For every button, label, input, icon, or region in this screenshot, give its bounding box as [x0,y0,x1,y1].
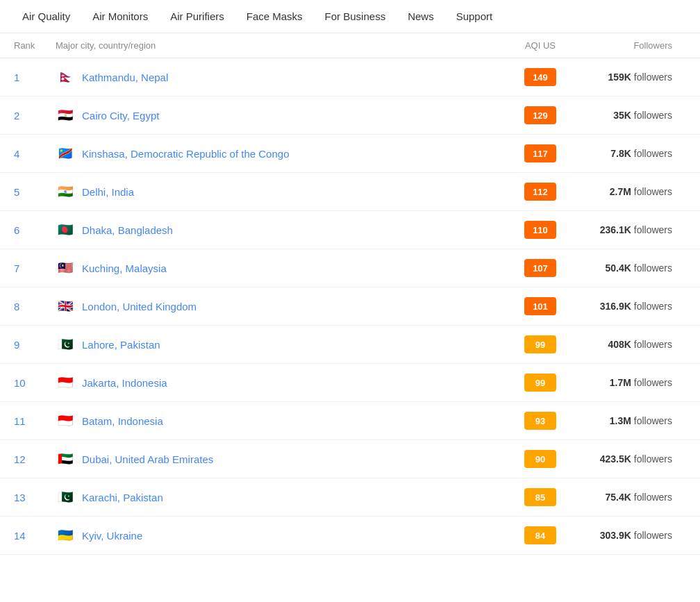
table-row: 13 🇵🇰 Karachi, Pakistan 85 75.4K followe… [0,478,700,517]
followers-count: 423.5K followers [582,453,686,465]
aqi-badge: 107 [524,259,556,277]
rank-number: 10 [14,377,56,389]
table-row: 10 🇮🇩 Jakarta, Indonesia 99 1.7M followe… [0,364,700,402]
aqi-value: 107 [499,259,582,277]
table-row: 2 🇪🇬 Cairo City, Egypt 129 35K followers [0,97,700,135]
aqi-value: 101 [499,297,582,315]
header-aqi: AQI US [499,40,582,51]
nav-for-business[interactable]: For Business [317,1,394,32]
aqi-badge: 110 [524,221,556,239]
rank-number: 12 [14,453,56,465]
city-name[interactable]: Lahore, Pakistan [82,339,160,351]
table-row: 6 🇧🇩 Dhaka, Bangladesh 110 236.1K follow… [0,211,700,249]
followers-count: 2.7M followers [582,186,686,197]
followers-count: 159K followers [582,72,686,83]
city-info: 🇦🇪 Dubai, United Arab Emirates [56,452,499,466]
aqi-value: 149 [499,68,582,86]
city-info: 🇵🇰 Lahore, Pakistan [56,337,499,351]
country-flag: 🇳🇵 [56,70,75,84]
table-header: Rank Major city, country/region AQI US F… [0,33,700,58]
city-name[interactable]: Jakarta, Indonesia [82,377,167,389]
table-row: 4 🇨🇩 Kinshasa, Democratic Republic of th… [0,135,700,173]
nav-air-purifiers[interactable]: Air Purifiers [162,1,233,32]
table-row: 14 🇺🇦 Kyiv, Ukraine 84 303.9K followers [0,517,700,555]
followers-count: 1.7M followers [582,377,686,388]
nav-face-masks[interactable]: Face Masks [238,1,311,32]
header-rank: Rank [14,40,56,51]
city-name[interactable]: Karachi, Pakistan [82,492,163,503]
city-name[interactable]: Batam, Indonesia [82,415,163,427]
city-name[interactable]: Kyiv, Ukraine [82,530,142,542]
followers-count: 303.9K followers [582,530,686,541]
city-name[interactable]: Dhaka, Bangladesh [82,224,173,236]
country-flag: 🇨🇩 [56,147,75,160]
nav-news[interactable]: News [399,1,442,32]
rank-number: 4 [14,148,56,160]
header-followers: Followers [582,40,686,51]
aqi-badge: 129 [524,106,556,124]
city-info: 🇪🇬 Cairo City, Egypt [56,108,499,122]
rank-number: 14 [14,530,56,542]
city-info: 🇺🇦 Kyiv, Ukraine [56,528,499,542]
table-body: 1 🇳🇵 Kathmandu, Nepal 149 159K followers… [0,58,700,555]
rank-number: 9 [14,339,56,351]
city-info: 🇮🇩 Batam, Indonesia [56,414,499,428]
aqi-value: 85 [499,488,582,506]
city-name[interactable]: London, United Kingdom [82,301,197,312]
country-flag: 🇧🇩 [56,223,75,237]
table-row: 5 🇮🇳 Delhi, India 112 2.7M followers [0,173,700,211]
nav-air-monitors[interactable]: Air Monitors [84,1,156,32]
city-info: 🇮🇩 Jakarta, Indonesia [56,376,499,390]
city-info: 🇲🇾 Kuching, Malaysia [56,261,499,275]
city-info: 🇧🇩 Dhaka, Bangladesh [56,223,499,237]
table-row: 11 🇮🇩 Batam, Indonesia 93 1.3M followers [0,402,700,440]
city-name[interactable]: Kuching, Malaysia [82,262,167,274]
aqi-badge: 84 [524,526,556,544]
country-flag: 🇺🇦 [56,528,75,542]
aqi-value: 117 [499,144,582,162]
followers-count: 236.1K followers [582,224,686,235]
aqi-value: 99 [499,335,582,353]
country-flag: 🇦🇪 [56,452,75,466]
rank-number: 8 [14,301,56,312]
nav-support[interactable]: Support [448,1,501,32]
aqi-value: 110 [499,221,582,239]
country-flag: 🇲🇾 [56,261,75,275]
rank-number: 13 [14,492,56,503]
aqi-badge: 90 [524,450,556,468]
country-flag: 🇬🇧 [56,299,75,313]
city-name[interactable]: Cairo City, Egypt [82,110,159,122]
city-info: 🇵🇰 Karachi, Pakistan [56,490,499,504]
rank-number: 7 [14,262,56,274]
followers-count: 50.4K followers [582,262,686,274]
aqi-value: 90 [499,450,582,468]
city-name[interactable]: Delhi, India [82,186,134,198]
table-row: 1 🇳🇵 Kathmandu, Nepal 149 159K followers [0,58,700,97]
city-info: 🇨🇩 Kinshasa, Democratic Republic of the … [56,147,499,160]
aqi-badge: 99 [524,335,556,353]
aqi-value: 99 [499,374,582,392]
table-row: 12 🇦🇪 Dubai, United Arab Emirates 90 423… [0,440,700,478]
followers-count: 7.8K followers [582,148,686,159]
aqi-value: 112 [499,183,582,201]
aqi-badge: 101 [524,297,556,315]
country-flag: 🇵🇰 [56,337,75,351]
aqi-value: 84 [499,526,582,544]
aqi-badge: 112 [524,183,556,201]
country-flag: 🇵🇰 [56,490,75,504]
city-info: 🇳🇵 Kathmandu, Nepal [56,70,499,84]
aqi-value: 129 [499,106,582,124]
city-name[interactable]: Dubai, United Arab Emirates [82,453,213,465]
followers-count: 316.9K followers [582,301,686,312]
rankings-table: Rank Major city, country/region AQI US F… [0,33,700,555]
table-row: 8 🇬🇧 London, United Kingdom 101 316.9K f… [0,287,700,326]
navbar: Air Quality Air Monitors Air Purifiers F… [0,0,700,33]
aqi-badge: 85 [524,488,556,506]
city-info: 🇮🇳 Delhi, India [56,185,499,199]
nav-air-quality[interactable]: Air Quality [14,1,78,32]
city-info: 🇬🇧 London, United Kingdom [56,299,499,313]
city-name[interactable]: Kinshasa, Democratic Republic of the Con… [82,148,290,160]
city-name[interactable]: Kathmandu, Nepal [82,72,168,83]
rank-number: 1 [14,72,56,83]
followers-count: 75.4K followers [582,492,686,503]
